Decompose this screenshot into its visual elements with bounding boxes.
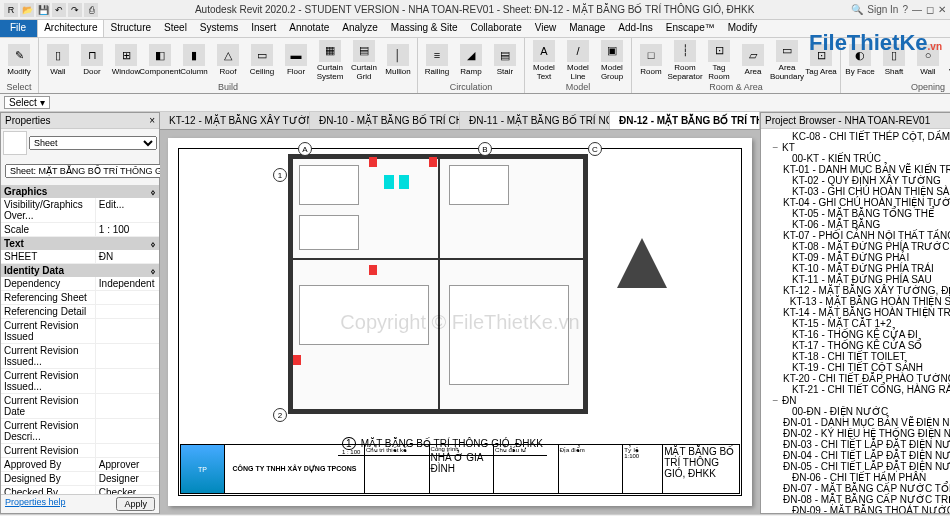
save-icon[interactable]: 💾 [36,3,50,17]
column-button[interactable]: ▮Column [178,44,210,76]
ribbon-tab-modify[interactable]: Modify [722,20,764,37]
property-section-header[interactable]: Graphics⬨ [1,185,159,198]
document-tab[interactable]: KT-12 - MẶT BẰNG XÂY TƯỜNG, Đ...× [160,112,310,129]
property-row[interactable]: Current Revision Descri... [1,419,159,444]
tree-node[interactable]: KT-17 - THỐNG KÊ CỬA SỔ [763,340,950,351]
ribbon-tab-view[interactable]: View [529,20,564,37]
tree-node[interactable]: ĐN-02 - KÝ HIỆU HỆ THỐNG ĐIỆN NƯỚC [763,428,950,439]
tree-node[interactable]: KT-19 - CHI TIẾT CỘT SẢNH [763,362,950,373]
property-row[interactable]: SHEETĐN [1,250,159,264]
tree-node[interactable]: KT-21 - CHI TIẾT CỔNG, HÀNG RÀO [763,384,950,395]
document-tab[interactable]: ĐN-11 - MẶT BẰNG BỐ TRÍ NGUỒ...× [460,112,610,129]
property-value[interactable] [96,419,159,443]
tree-node[interactable]: KC-08 - CHI TIẾT THÉP CỘT, DẦM [763,131,950,142]
tree-node[interactable]: KT-07 - PHỐI CẢNH NỘI THẤT TẦNG TRỆT [763,230,950,241]
ribbon-tab-structure[interactable]: Structure [104,20,158,37]
area-boundary-button[interactable]: ▭Area Boundary [771,40,803,81]
property-row[interactable]: Designed ByDesigner [1,472,159,486]
wall-button[interactable]: ○Wall [912,44,944,76]
canvas-viewport[interactable]: A B C 1 2 1 MẶT BẰNG BỐ TRÍ THÔNG GIÓ, Đ… [160,130,760,514]
tree-node[interactable]: ĐN-04 - CHI TIẾT LẮP ĐẶT ĐIỆN NƯỚC ĐIỂN … [763,450,950,461]
tree-node[interactable]: 00-KT - KIẾN TRÚC [763,153,950,164]
tree-node[interactable]: ĐN-09 - MẶT BẰNG THOÁT NƯỚC [763,505,950,513]
type-selector[interactable]: Sheet [29,136,157,150]
properties-help-link[interactable]: Properties help [5,497,66,511]
property-row[interactable]: DependencyIndependent [1,277,159,291]
component-button[interactable]: ◧Component [144,44,176,76]
by-face-button[interactable]: ◐By Face [844,44,876,76]
mullion-button[interactable]: │Mullion [382,44,414,76]
tag-area-button[interactable]: ⊡Tag Area [805,44,837,76]
tree-node[interactable]: KT-06 - MẶT BẰNG [763,219,950,230]
property-section-header[interactable]: Text⬨ [1,237,159,250]
vertical-button[interactable]: ▮Vertical [946,44,950,76]
door-button[interactable]: ⊓Door [76,44,108,76]
wall-button[interactable]: ▯Wall [42,44,74,76]
ribbon-tab-annotate[interactable]: Annotate [283,20,336,37]
tree-node[interactable]: 00-ĐN - ĐIỆN NƯỚC [763,406,950,417]
apply-button[interactable]: Apply [116,497,155,511]
tree-node[interactable]: −ĐN [763,395,950,406]
property-row[interactable]: Visibility/Graphics Over...Edit... [1,198,159,223]
tree-node[interactable]: KT-08 - MẶT ĐỨNG PHÍA TRƯỚC [763,241,950,252]
property-value[interactable]: ĐN [96,250,159,263]
tree-node[interactable]: KT-18 - CHI TIẾT TOILET [763,351,950,362]
property-value[interactable]: Checker [96,486,159,494]
property-row[interactable]: Current Revision Issued... [1,369,159,394]
tree-node[interactable]: ĐN-05 - CHI TIẾT LẮP ĐẶT ĐIỆN NƯỚC ĐIỂN … [763,461,950,472]
minimize-icon[interactable]: — [912,4,922,15]
shaft-button[interactable]: ▯Shaft [878,44,910,76]
tree-node[interactable]: KT-10 - MẶT ĐỨNG PHÍA TRÁI [763,263,950,274]
select-dropdown[interactable]: Select ▾ [4,96,50,109]
tree-node[interactable]: KT-05 - MẶT BẰNG TỔNG THỂ [763,208,950,219]
ribbon-tab-add-ins[interactable]: Add-Ins [612,20,659,37]
roof-button[interactable]: △Roof [212,44,244,76]
help-icon[interactable]: ? [902,4,908,15]
tree-node[interactable]: KT-15 - MẶT CẮT 1+2 [763,318,950,329]
revit-icon[interactable]: R [4,3,18,17]
curtain-system-button[interactable]: ▦Curtain System [314,40,346,81]
close-properties-icon[interactable]: × [149,115,155,126]
property-row[interactable]: Scale1 : 100 [1,223,159,237]
modify-button[interactable]: ✎Modify [3,44,35,76]
property-value[interactable] [96,369,159,393]
tree-node[interactable]: KT-11 - MẶT ĐỨNG PHÍA SAU [763,274,950,285]
room-button[interactable]: □Room [635,44,667,76]
ramp-button[interactable]: ◢Ramp [455,44,487,76]
document-tab[interactable]: ĐN-12 - MẶT BẰNG BỐ TRÍ THÔ...× [610,112,760,129]
tree-node[interactable]: KT-20 - CHI TIẾT ĐẮP PHÀO TƯỜNG NGOÀI [763,373,950,384]
redo-icon[interactable]: ↷ [68,3,82,17]
print-icon[interactable]: ⎙ [84,3,98,17]
ribbon-tab-analyze[interactable]: Analyze [336,20,385,37]
ribbon-tab-steel[interactable]: Steel [158,20,194,37]
property-section-header[interactable]: Identity Data⬨ [1,264,159,277]
tree-node[interactable]: KT-14 - MẶT BẰNG HOÀN THIỆN TRẦN [763,307,950,318]
instance-selector[interactable]: Sheet: MẶT BẰNG BỐ TRÍ THÔNG GI [5,164,183,178]
property-row[interactable]: Current Revision Issued [1,319,159,344]
property-row[interactable]: Referencing Detail [1,305,159,319]
tree-node[interactable]: KT-12 - MẶT BẰNG XÂY TƯỜNG, ĐỊNH VỊ CỬA … [763,285,950,296]
ribbon-tab-file[interactable]: File [0,20,37,37]
close-icon[interactable]: ✕ [938,4,946,15]
tree-node[interactable]: ĐN-06 - CHI TIẾT HẦM PHÂN [763,472,950,483]
property-value[interactable] [96,305,159,318]
ribbon-tab-insert[interactable]: Insert [245,20,283,37]
property-value[interactable] [96,444,159,457]
model-line-button[interactable]: /Model Line [562,40,594,81]
tree-node[interactable]: KT-13 - MẶT BẰNG HOÀN THIỆN SÀN [763,296,950,307]
property-row[interactable]: Checked ByChecker [1,486,159,494]
tree-node[interactable]: −KT [763,142,950,153]
property-value[interactable] [96,394,159,418]
tree-node[interactable]: ĐN-08 - MẶT BẰNG CẤP NƯỚC TRỆT + MÁI [763,494,950,505]
ribbon-tab-architecture[interactable]: Architecture [37,20,104,37]
tree-node[interactable]: KT-04 - GHI CHÚ HOÀN THIỆN TƯỜNG [763,197,950,208]
property-value[interactable]: 1 : 100 [96,223,159,236]
property-value[interactable]: Approver [96,458,159,471]
tree-node[interactable]: KT-16 - THỐNG KÊ CỬA ĐI [763,329,950,340]
floor-button[interactable]: ▬Floor [280,44,312,76]
ribbon-tab-collaborate[interactable]: Collaborate [465,20,529,37]
property-row[interactable]: Current Revision [1,444,159,458]
floor-plan-view[interactable] [288,154,588,414]
tag-room-button[interactable]: ⊡Tag Room [703,40,735,81]
project-tree[interactable]: KC-08 - CHI TIẾT THÉP CỘT, DẦM−KT00-KT -… [761,129,950,513]
